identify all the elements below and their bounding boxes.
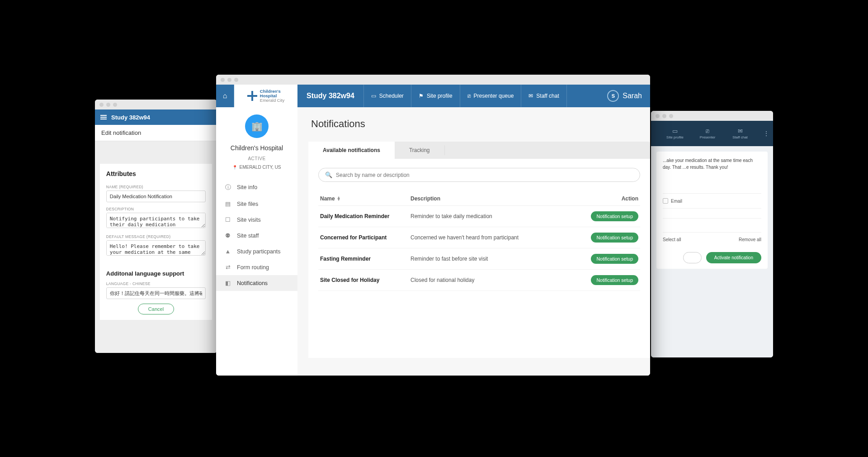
mobile-header: Study 382w94 — [95, 109, 217, 125]
hospital-logo[interactable]: Children's Hospital Emerald City — [234, 85, 297, 107]
table-row: Fasting RemminderReminder to fast before… — [318, 248, 640, 270]
search-icon — [325, 171, 332, 178]
chat-icon — [528, 93, 533, 99]
select-all-link[interactable]: Select all — [663, 237, 681, 242]
route-icon — [224, 264, 231, 271]
bell-icon — [224, 280, 231, 286]
message-preview: ...ake your medication at the same time … — [663, 157, 761, 171]
page-title: Notifications — [311, 118, 650, 130]
nav-scheduler[interactable]: Scheduler — [364, 85, 411, 107]
search-input[interactable] — [336, 172, 633, 178]
right-card: ...ake your medication at the same time … — [656, 152, 768, 269]
row-description: Concerned we haven't heard from particip… — [410, 234, 584, 241]
nav-site-profile[interactable]: ▭Site profile — [663, 128, 687, 139]
nav-presenter-queue[interactable]: Presenter queue — [460, 85, 522, 107]
site-status: ACTIVE — [248, 156, 265, 161]
nav-presenter[interactable]: ⎚Presenter — [695, 128, 720, 139]
sidebar-item-site-info[interactable]: Site info — [216, 179, 297, 196]
sidebar: Children's Hospital ACTIVE EMERALD CITY,… — [216, 107, 297, 376]
user-menu[interactable]: S Sarah — [599, 85, 650, 107]
email-label: Email — [671, 199, 682, 204]
site-name: Children's Hospital — [231, 144, 283, 152]
language-input[interactable] — [106, 287, 206, 299]
row-name: Daily Medication Reminder — [320, 213, 410, 219]
row-description: Reminder to fast before site visit — [410, 256, 584, 262]
nav-site-profile[interactable]: Site profile — [411, 85, 460, 107]
notification-setup-button[interactable]: Notification setup — [591, 233, 638, 243]
logo-text: Children's Hospital Emerald City — [260, 89, 284, 103]
activate-button[interactable]: Activate notification — [706, 252, 761, 263]
study-title: Study 382w94 — [111, 114, 150, 121]
description-input[interactable]: Notifying participants to take their dai… — [106, 213, 206, 228]
building-icon — [251, 120, 263, 132]
name-input[interactable] — [106, 190, 206, 202]
presenter-icon — [467, 93, 471, 99]
col-action: Action — [584, 195, 638, 202]
sidebar-item-notifications[interactable]: Notifications — [216, 275, 297, 291]
content-area: Notifications Available notifications Tr… — [297, 107, 650, 376]
email-checkbox-row[interactable]: Email — [663, 193, 761, 209]
top-nav: Children's Hospital Emerald City Study 3… — [216, 85, 650, 107]
cancel-button[interactable]: Cancel — [138, 304, 174, 314]
language-label: LANGUAGE - CHINESE — [106, 281, 206, 286]
flag-icon — [419, 93, 424, 99]
sidebar-item-site-staff[interactable]: Site staff — [216, 228, 297, 243]
site-location: EMERALD CITY, US — [232, 165, 281, 170]
notification-setup-button[interactable]: Notification setup — [591, 211, 638, 221]
pin-icon — [232, 165, 237, 170]
sidebar-item-site-visits[interactable]: Site visits — [216, 212, 297, 228]
table-row: Concerned for ParticipantConcerned we ha… — [318, 227, 640, 248]
home-button[interactable] — [216, 85, 234, 107]
sidebar-item-site-files[interactable]: Site files — [216, 196, 297, 212]
language-section-title: Additonal language support — [106, 270, 206, 277]
nav-staff-chat[interactable]: ✉Staff chat — [728, 128, 752, 139]
checkbox-icon[interactable] — [663, 198, 668, 204]
row-description: Reminder to take daily medication — [410, 213, 584, 219]
search-bar[interactable] — [318, 168, 640, 182]
window-chrome — [95, 100, 217, 109]
menu-icon[interactable] — [100, 114, 107, 120]
row-description: Closed for national holiday — [410, 277, 584, 283]
dark-nav: ▭Site profile ⎚Presenter ✉Staff chat ⋮ — [651, 121, 773, 146]
kebab-icon[interactable]: ⋮ — [763, 130, 769, 137]
card-title: Attributes — [106, 170, 206, 177]
window-chrome — [216, 75, 650, 85]
notifications-table: Name ▲▼ Description Action Daily Medicat… — [318, 192, 640, 291]
site-badge — [245, 114, 269, 138]
study-title: Study 382w94 — [297, 85, 364, 107]
message-input[interactable]: Hello! Please remember to take your medi… — [106, 240, 206, 256]
table-header: Name ▲▼ Description Action — [318, 192, 640, 206]
page-subheader: Edit notification — [95, 125, 217, 141]
sidebar-item-form-routing[interactable]: Form routing — [216, 259, 297, 275]
window-chrome — [651, 111, 773, 121]
logo-mark-icon — [247, 91, 257, 101]
secondary-button[interactable] — [683, 252, 702, 263]
visits-icon — [224, 216, 231, 223]
row-name: Concerned for Participant — [320, 234, 410, 241]
tab-available[interactable]: Available notifications — [308, 142, 395, 159]
notification-setup-button[interactable]: Notification setup — [591, 254, 638, 264]
row-name: Site Closed for Holiday — [320, 277, 410, 283]
user-name: Sarah — [623, 92, 642, 100]
tabs: Available notifications Tracking — [308, 142, 650, 159]
col-description: Description — [410, 195, 584, 202]
name-label: NAME (REQUIRED) — [106, 185, 206, 189]
sort-icon: ▲▼ — [337, 196, 341, 201]
tab-tracking[interactable]: Tracking — [395, 142, 444, 159]
tab-body: Name ▲▼ Description Action Daily Medicat… — [308, 159, 650, 358]
staff-icon — [224, 232, 231, 239]
nav-staff-chat[interactable]: Staff chat — [521, 85, 566, 107]
avatar: S — [607, 90, 619, 102]
activate-notification-window: ▭Site profile ⎚Presenter ✉Staff chat ⋮ .… — [651, 111, 773, 357]
remove-all-link[interactable]: Remove all — [739, 237, 761, 242]
col-name[interactable]: Name ▲▼ — [320, 195, 410, 202]
edit-notification-window: Study 382w94 Edit notification Attribute… — [95, 100, 217, 353]
home-icon — [223, 92, 227, 100]
sidebar-item-participants[interactable]: Study particpants — [216, 243, 297, 259]
notifications-window: Children's Hospital Emerald City Study 3… — [216, 75, 650, 376]
description-label: DESCRIPTION — [106, 207, 206, 211]
notification-setup-button[interactable]: Notification setup — [591, 275, 638, 285]
participants-icon — [224, 248, 231, 255]
table-row: Daily Medication ReminderReminder to tak… — [318, 206, 640, 227]
table-row: Site Closed for HolidayClosed for nation… — [318, 270, 640, 291]
